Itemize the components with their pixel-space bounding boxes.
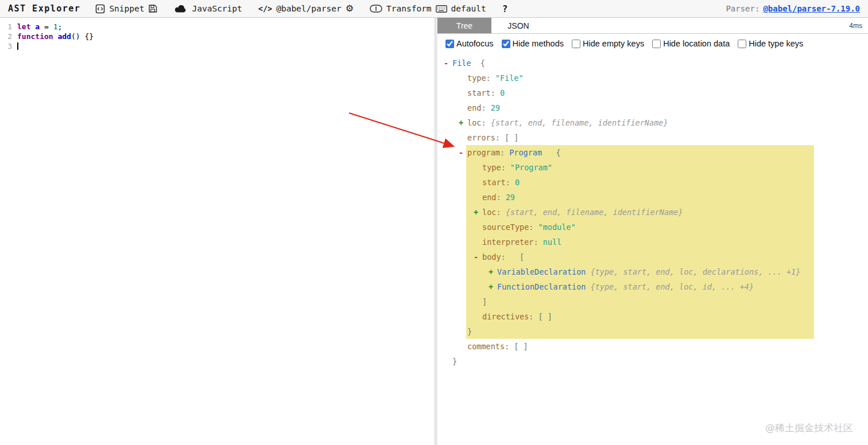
- tab-json[interactable]: JSON: [491, 18, 545, 33]
- tree-token: directives: [482, 312, 529, 321]
- collapse-icon[interactable]: -: [459, 145, 463, 160]
- tree-token: program: [467, 148, 500, 157]
- language-label: JavaScript: [192, 4, 242, 13]
- line-number: 3: [0, 41, 17, 51]
- tree-line[interactable]: -body: [: [437, 249, 814, 264]
- tree-line[interactable]: +loc: {start, end, filename, identifierN…: [437, 115, 868, 130]
- option-checkbox[interactable]: [502, 40, 510, 48]
- code-line: 1let a = 1;: [0, 22, 435, 32]
- tree-token: }: [452, 357, 457, 366]
- parser-settings-gear-icon[interactable]: ⚙: [346, 4, 354, 13]
- expand-icon[interactable]: +: [459, 115, 463, 130]
- tree-token: "File": [495, 73, 524, 83]
- tree-line[interactable]: end: 29: [437, 100, 868, 115]
- tree-token: null: [543, 237, 562, 247]
- save-icon[interactable]: [148, 4, 157, 13]
- tree-line[interactable]: +VariableDeclaration {type, start, end, …: [437, 264, 814, 279]
- node-name[interactable]: Program: [509, 148, 542, 157]
- tree-line[interactable]: end: 29: [437, 190, 814, 205]
- tree-token: {type, start, end, loc, id, ... +4}: [591, 282, 754, 291]
- ast-tree: -File {type: "File"start: 0end: 29+loc: …: [437, 54, 868, 445]
- line-number: 1: [0, 22, 17, 32]
- tree-token: {: [471, 58, 485, 68]
- keyboard-icon: [436, 5, 447, 13]
- tree-line[interactable]: start: 0: [437, 85, 868, 100]
- expand-icon[interactable]: +: [489, 279, 493, 294]
- option-checkbox[interactable]: [738, 40, 746, 48]
- tree-token: :: [481, 118, 490, 127]
- tree-token: [: [510, 252, 524, 261]
- option-hide-methods[interactable]: Hide methods: [502, 39, 564, 48]
- tree-token: comments: [467, 342, 505, 351]
- transform-toggle-icon: [370, 5, 382, 13]
- tree-token: {start, end, filename, identifierName}: [506, 208, 683, 217]
- tree-token: errors: [467, 133, 495, 142]
- tree-token: :: [505, 342, 514, 351]
- node-name[interactable]: File: [452, 58, 471, 68]
- expand-icon[interactable]: +: [474, 205, 478, 220]
- code-editor[interactable]: 1let a = 1;2function add() {}3: [0, 18, 435, 445]
- tree-line[interactable]: }: [437, 324, 814, 339]
- snippet-icon: [95, 4, 105, 14]
- parser-menu[interactable]: </> @babel/parser ⚙: [258, 4, 354, 13]
- collapse-icon[interactable]: -: [474, 249, 478, 264]
- node-name[interactable]: FunctionDeclaration: [497, 282, 586, 291]
- tree-token: type: [467, 73, 486, 83]
- tree-line[interactable]: type: "Program": [437, 160, 814, 175]
- tree-line[interactable]: type: "File": [437, 71, 868, 85]
- code-text: let a = 1;: [17, 22, 62, 32]
- option-autofocus[interactable]: Autofocus: [445, 39, 494, 48]
- tree-token: :: [491, 88, 500, 97]
- tree-token: 29: [491, 103, 500, 112]
- tree-token: :: [496, 193, 505, 202]
- snippet-menu[interactable]: Snippet: [95, 4, 157, 14]
- tree-token: [586, 282, 590, 291]
- tree-line[interactable]: -File {: [437, 56, 868, 71]
- option-hide-location-data[interactable]: Hide location data: [652, 39, 730, 48]
- tree-line[interactable]: }: [437, 354, 868, 369]
- option-checkbox[interactable]: [572, 40, 580, 48]
- option-hide-type-keys[interactable]: Hide type keys: [738, 39, 803, 48]
- tree-token: :: [533, 237, 542, 247]
- transform-menu[interactable]: Transform default: [370, 4, 486, 13]
- tree-token: body: [482, 252, 501, 261]
- tree-token: loc: [467, 118, 481, 127]
- tree-token: loc: [482, 208, 496, 217]
- tree-token: :: [501, 163, 510, 172]
- option-label: Autofocus: [456, 39, 494, 48]
- parser-version-link[interactable]: @babel/parser-7.19.0: [763, 4, 860, 13]
- help-button[interactable]: ?: [502, 3, 508, 14]
- tree-line[interactable]: errors: [ ]: [437, 130, 868, 145]
- tree-token: [ ]: [505, 133, 518, 142]
- tree-token: :: [481, 103, 490, 112]
- transform-label: Transform: [386, 4, 432, 13]
- tree-line[interactable]: start: 0: [437, 175, 814, 190]
- expand-icon[interactable]: +: [489, 264, 493, 279]
- parser-info: Parser:@babel/parser-7.19.0: [726, 4, 860, 13]
- tab-tree[interactable]: Tree: [437, 18, 491, 33]
- tree-token: :: [500, 148, 509, 157]
- tree-line[interactable]: ]: [437, 294, 814, 309]
- tree-line[interactable]: +loc: {start, end, filename, identifierN…: [437, 205, 814, 220]
- tree-token: {type, start, end, loc, declarations, ..…: [591, 267, 801, 276]
- option-checkbox[interactable]: [652, 40, 661, 48]
- option-hide-empty-keys[interactable]: Hide empty keys: [572, 39, 644, 48]
- tree-token: [ ]: [514, 342, 528, 351]
- tree-line[interactable]: -program: Program {: [437, 145, 814, 160]
- tree-line[interactable]: directives: [ ]: [437, 309, 814, 324]
- collapse-icon[interactable]: -: [444, 56, 448, 71]
- tree-token: start: [467, 88, 491, 97]
- tree-line[interactable]: +FunctionDeclaration {type, start, end, …: [437, 279, 814, 294]
- language-menu[interactable]: JavaScript: [173, 4, 242, 13]
- option-checkbox[interactable]: [445, 40, 454, 48]
- tree-token: :: [529, 312, 538, 321]
- tree-line[interactable]: interpreter: null: [437, 235, 814, 249]
- tree-line[interactable]: sourceType: "module": [437, 220, 814, 235]
- code-text: [17, 41, 18, 51]
- option-label: Hide type keys: [749, 39, 803, 48]
- tree-token: interpreter: [482, 237, 533, 247]
- node-name[interactable]: VariableDeclaration: [497, 267, 586, 276]
- tree-line[interactable]: comments: [ ]: [437, 339, 868, 354]
- tree-token: type: [482, 163, 501, 172]
- tree-token: 29: [506, 193, 515, 202]
